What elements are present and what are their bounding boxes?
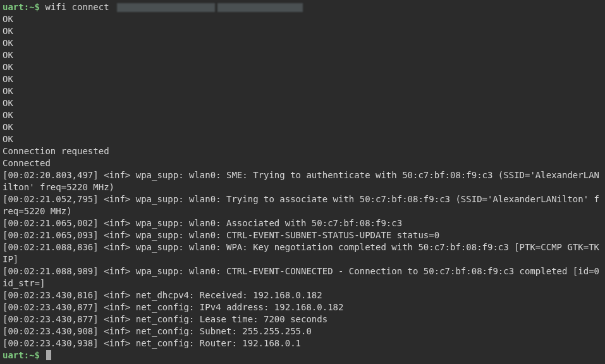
redacted-arg-2	[217, 3, 303, 12]
log-line: [00:02:21.065,002] <inf> wpa_supp: wlan0…	[3, 217, 602, 229]
ok-line: OK	[3, 97, 602, 109]
ok-line: OK	[3, 85, 602, 97]
ok-line: OK	[3, 61, 602, 73]
log-line: [00:02:23.430,938] <inf> net_config: Rou…	[3, 337, 602, 349]
log-line: [00:02:21.052,795] <inf> wpa_supp: wlan0…	[3, 193, 602, 217]
log-line: [00:02:21.088,989] <inf> wpa_supp: wlan0…	[3, 265, 602, 289]
log-line: [00:02:21.065,093] <inf> wpa_supp: wlan0…	[3, 229, 602, 241]
log-line: [00:02:23.430,877] <inf> net_config: IPv…	[3, 301, 602, 313]
cursor	[46, 350, 51, 360]
log-line: [00:02:23.430,877] <inf> net_config: Lea…	[3, 313, 602, 325]
ok-line: OK	[3, 13, 602, 25]
log-output-block: [00:02:20.803,497] <inf> wpa_supp: wlan0…	[3, 169, 602, 349]
ok-output-block: OKOKOKOKOKOKOKOKOKOKOK	[3, 13, 602, 145]
prompt-host: uart:~$	[3, 350, 40, 360]
prompt-line-1[interactable]: uart:~$ wifi connect	[3, 1, 602, 13]
log-line: [00:02:23.430,908] <inf> net_config: Sub…	[3, 325, 602, 337]
log-line: [00:02:20.803,497] <inf> wpa_supp: wlan0…	[3, 169, 602, 193]
ok-line: OK	[3, 25, 602, 37]
prompt-host: uart:~$	[3, 2, 40, 12]
log-line: [00:02:23.430,816] <inf> net_dhcpv4: Rec…	[3, 289, 602, 301]
prompt-line-2[interactable]: uart:~$	[3, 349, 602, 361]
log-line: [00:02:21.088,836] <inf> wpa_supp: wlan0…	[3, 241, 602, 265]
command-text: wifi connect	[45, 2, 109, 12]
redacted-arg-1	[117, 3, 215, 12]
ok-line: OK	[3, 121, 602, 133]
status-connection-requested: Connection requested	[3, 145, 602, 157]
status-connected: Connected	[3, 157, 602, 169]
ok-line: OK	[3, 109, 602, 121]
ok-line: OK	[3, 49, 602, 61]
ok-line: OK	[3, 37, 602, 49]
ok-line: OK	[3, 133, 602, 145]
ok-line: OK	[3, 73, 602, 85]
